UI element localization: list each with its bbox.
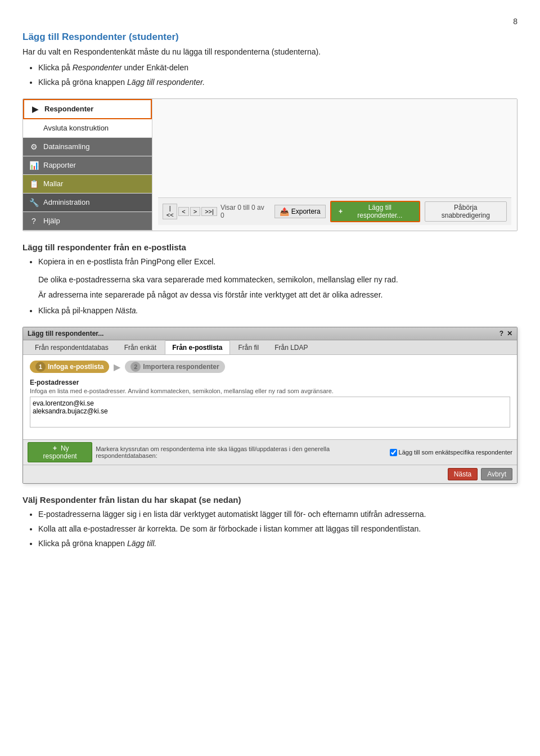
bullet-2: Klicka på gröna knappen Lägg till respon… bbox=[38, 76, 518, 89]
bullet-1: Klicka på Respondenter under Enkät-delen bbox=[38, 61, 518, 75]
main-content-area: |<< < > >>| Visar 0 till 0 av 0 📤 Export… bbox=[152, 99, 517, 231]
export-icon: 📤 bbox=[280, 207, 289, 216]
nav-label: Visar 0 till 0 av 0 bbox=[220, 204, 266, 219]
intro-bullets: Klicka på Respondenter under Enkät-delen… bbox=[38, 61, 518, 89]
step-2-label: Importera respondenter bbox=[143, 363, 219, 371]
step-1-label: Infoga e-postlista bbox=[48, 363, 104, 371]
section3-bullet-1: E-postadresserna lägger sig i en lista d… bbox=[38, 508, 518, 521]
nav-next-btn[interactable]: > bbox=[190, 207, 200, 216]
nav-prev-btn[interactable]: < bbox=[178, 207, 188, 216]
enkät-checkbox-label[interactable]: Lägg till som enkätspecifika respondente… bbox=[390, 449, 512, 456]
avsluta-icon bbox=[28, 122, 40, 134]
section3-heading: Välj Respondenter från listan du har ska… bbox=[22, 495, 518, 505]
footer-right: Lägg till som enkätspecifika respondente… bbox=[390, 449, 512, 456]
section2-para2: Är adresserna inte separerade på något a… bbox=[38, 289, 518, 301]
ny-plus-icon: + bbox=[51, 444, 59, 452]
sidebar: ▶ Respondenter Avsluta konstruktion ⚙ Da… bbox=[23, 99, 152, 231]
email-field-section: E-postadresser Infoga en lista med e-pos… bbox=[30, 379, 510, 429]
toolbar-row: |<< < > >>| Visar 0 till 0 av 0 📤 Export… bbox=[158, 197, 511, 225]
sidebar-item-mallar[interactable]: 📋 Mallar bbox=[23, 175, 152, 194]
sidebar-item-rapporter[interactable]: 📊 Rapporter bbox=[23, 156, 152, 175]
section2-para1: De olika e-postadresserna ska vara separ… bbox=[38, 274, 518, 286]
sidebar-item-respondenter[interactable]: ▶ Respondenter bbox=[23, 99, 152, 119]
step-2-indicator: 2 Importera respondenter bbox=[125, 361, 224, 373]
administration-icon: 🔧 bbox=[28, 196, 40, 209]
export-button[interactable]: 📤 Exportera bbox=[274, 205, 326, 218]
section2-bullets2: Klicka på pil-knappen Nästa. bbox=[38, 304, 518, 318]
tab-from-database[interactable]: Från respondentdatabas bbox=[28, 340, 116, 354]
nasta-button[interactable]: Nästa bbox=[448, 468, 478, 480]
dialog-action-bar: Nästa Avbryt bbox=[23, 465, 517, 483]
tab-from-epost[interactable]: Från e-postlista bbox=[165, 340, 230, 354]
footer-left: + Ny respondent Markera kryssrutan om re… bbox=[28, 442, 386, 462]
section2-heading: Lägg till respondenter från en e-postlis… bbox=[22, 242, 518, 252]
nav-first-btn[interactable]: |<< bbox=[163, 204, 177, 219]
arrow-icon: ▶ bbox=[29, 103, 41, 115]
dialog-footer: + Ny respondent Markera kryssrutan om re… bbox=[23, 439, 517, 465]
dialog-screenshot: Lägg till respondenter... ? ✕ Från respo… bbox=[22, 327, 518, 484]
tab-from-fil[interactable]: Från fil bbox=[231, 340, 267, 354]
dialog-close-icon[interactable]: ✕ bbox=[507, 330, 512, 338]
enkät-checkbox[interactable] bbox=[390, 449, 397, 456]
datainsamling-icon: ⚙ bbox=[28, 141, 40, 153]
section3-bullet-3: Klicka på gröna knappen Lägg till. bbox=[38, 537, 518, 551]
add-respondents-button[interactable]: + Lägg till respondenter... bbox=[330, 201, 420, 222]
mallar-icon: 📋 bbox=[28, 178, 40, 190]
screenshot-1: ▶ Respondenter Avsluta konstruktion ⚙ Da… bbox=[22, 98, 518, 231]
page-number: 8 bbox=[22, 17, 518, 26]
footer-desc: Markera kryssrutan om respondenterna int… bbox=[96, 446, 386, 459]
nav-last-btn[interactable]: >>| bbox=[201, 207, 217, 216]
email-field-label: E-postadresser bbox=[30, 379, 510, 386]
step-arrow: ▶ bbox=[114, 361, 120, 373]
section3-bullets: E-postadresserna lägger sig i en lista d… bbox=[38, 508, 518, 550]
page-title: Lägg till Respondenter (studenter) bbox=[22, 32, 518, 43]
dialog-title: Lägg till respondenter... bbox=[28, 330, 104, 338]
section3-bullet-2: Kolla att alla e-postadresser är korrekt… bbox=[38, 523, 518, 536]
dialog-tabs: Från respondentdatabas Från enkät Från e… bbox=[23, 340, 517, 355]
step-1-num: 1 bbox=[35, 362, 46, 372]
avbryt-button[interactable]: Avbryt bbox=[481, 468, 512, 480]
dialog-title-bar: Lägg till respondenter... ? ✕ bbox=[23, 327, 517, 340]
intro-text: Har du valt en Respondentenkät måste du … bbox=[22, 46, 518, 58]
dialog-body: 1 Infoga e-postlista ▶ 2 Importera respo… bbox=[23, 355, 517, 439]
step-1-indicator: 1 Infoga e-postlista bbox=[30, 361, 109, 373]
tab-from-ldap[interactable]: Från LDAP bbox=[267, 340, 315, 354]
nav-controls: |<< < > >>| Visar 0 till 0 av 0 bbox=[163, 204, 266, 219]
step-indicators: 1 Infoga e-postlista ▶ 2 Importera respo… bbox=[30, 361, 510, 373]
email-field-desc: Infoga en lista med e-postadresser. Anvä… bbox=[30, 388, 510, 394]
ny-respondent-button[interactable]: + Ny respondent bbox=[28, 442, 92, 462]
rapporter-icon: 📊 bbox=[28, 159, 40, 172]
plus-icon: + bbox=[337, 208, 344, 215]
sidebar-item-datainsamling[interactable]: ⚙ Datainsamling bbox=[23, 138, 152, 156]
section2-bullet-1: Kopiera in en e-postlista från PingPong … bbox=[38, 255, 518, 269]
quick-edit-button[interactable]: Påbörja snabbredigering bbox=[425, 201, 507, 222]
hjalp-icon: ? bbox=[28, 215, 40, 227]
dialog-title-controls: ? ✕ bbox=[500, 330, 512, 338]
email-textarea[interactable]: eva.lorentzon@ki.se aleksandra.bujacz@ki… bbox=[30, 397, 510, 428]
section2-bullets: Kopiera in en e-postlista från PingPong … bbox=[38, 255, 518, 269]
section2-bullet-2: Klicka på pil-knappen Nästa. bbox=[38, 304, 518, 318]
sidebar-item-avsluta[interactable]: Avsluta konstruktion bbox=[23, 119, 152, 138]
tab-from-enkät[interactable]: Från enkät bbox=[117, 340, 164, 354]
dialog-help-icon[interactable]: ? bbox=[500, 330, 503, 338]
step-2-num: 2 bbox=[130, 362, 141, 372]
sidebar-item-hjalp[interactable]: ? Hjälp bbox=[23, 212, 152, 231]
sidebar-item-administration[interactable]: 🔧 Administration bbox=[23, 194, 152, 212]
